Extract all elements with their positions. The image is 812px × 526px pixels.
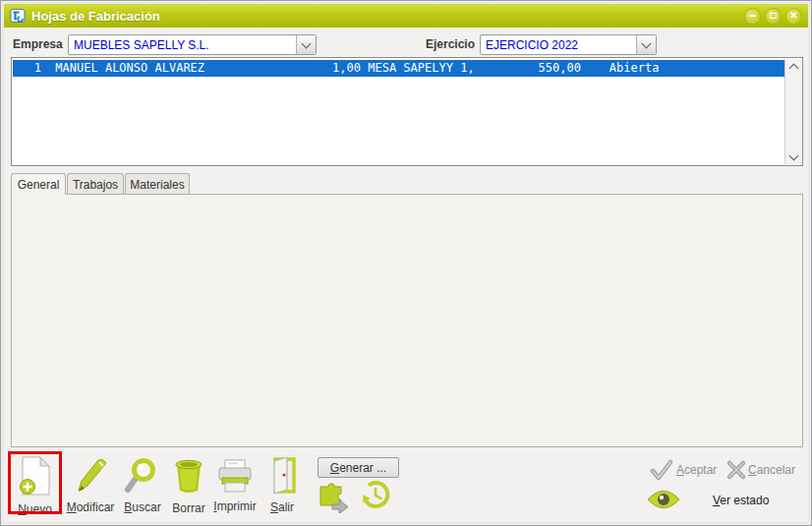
ejercicio-label: Ejercicio <box>426 37 475 51</box>
list-row-selected[interactable]: 1 MANUEL ALONSO ALVAREZ 1,00 MESA SAPELY… <box>13 60 784 77</box>
history-clock-icon[interactable] <box>361 481 390 510</box>
maximize-button[interactable] <box>765 8 782 25</box>
scroll-up-button[interactable] <box>785 59 801 74</box>
empresa-label: Empresa <box>13 37 63 51</box>
accept-check-icon[interactable] <box>650 459 673 481</box>
chevron-down-icon <box>642 38 652 48</box>
minimize-icon <box>749 15 756 17</box>
trash-icon <box>171 456 206 496</box>
aceptar-label[interactable]: Aceptar <box>676 463 717 477</box>
exit-door-icon <box>265 455 299 495</box>
chevron-up-icon <box>788 63 798 73</box>
nuevo-highlight-rectangle <box>8 451 62 514</box>
ejercicio-value: EJERCICIO 2022 <box>481 38 636 52</box>
generar-button[interactable]: Generar ... <box>318 457 399 478</box>
minimize-button[interactable] <box>744 8 761 25</box>
chevron-down-icon <box>788 150 798 160</box>
general-tab-panel <box>11 194 803 447</box>
list-scrollbar[interactable] <box>784 59 801 164</box>
close-button[interactable]: ✕ <box>785 8 802 25</box>
scroll-down-button[interactable] <box>785 149 801 164</box>
printer-icon <box>216 458 254 494</box>
generate-export-puzzle-icon[interactable] <box>318 480 351 513</box>
ejercicio-dropdown-button[interactable] <box>636 35 656 54</box>
empresa-value: MUEBLES SAPELLY S.L. <box>69 38 296 52</box>
search-icon <box>124 457 161 495</box>
ejercicio-combobox[interactable]: EJERCICIO 2022 <box>480 34 657 55</box>
chevron-down-icon <box>302 38 312 48</box>
salir-label: Salir <box>252 500 313 514</box>
cancel-x-icon[interactable] <box>725 459 747 481</box>
fabrication-sheets-list[interactable]: 1 MANUEL ALONSO ALVAREZ 1,00 MESA SAPELY… <box>11 57 803 166</box>
salir-button[interactable]: Salir <box>252 455 313 514</box>
empresa-combobox[interactable]: MUEBLES SAPELLY S.L. <box>68 34 317 55</box>
window-title: Hojas de Fabricación <box>31 9 160 24</box>
close-icon: ✕ <box>789 11 797 21</box>
cancelar-label[interactable]: Cancelar <box>748 463 795 477</box>
empresa-dropdown-button[interactable] <box>296 35 316 54</box>
title-bar: Hojas de Fabricación ✕ <box>4 4 808 28</box>
ver-estado-label[interactable]: Ver estado <box>713 494 769 507</box>
pen-icon <box>72 457 109 495</box>
eye-icon[interactable] <box>646 489 681 510</box>
maximize-icon <box>770 13 777 19</box>
app-icon <box>10 8 26 24</box>
tab-trabajos[interactable]: Trabajos <box>67 173 124 194</box>
tab-materiales[interactable]: Materiales <box>125 173 190 194</box>
tab-general[interactable]: General <box>11 173 66 195</box>
hojas-de-fabricacion-window: Hojas de Fabricación ✕ Empresa MUEBLES S… <box>0 0 812 526</box>
